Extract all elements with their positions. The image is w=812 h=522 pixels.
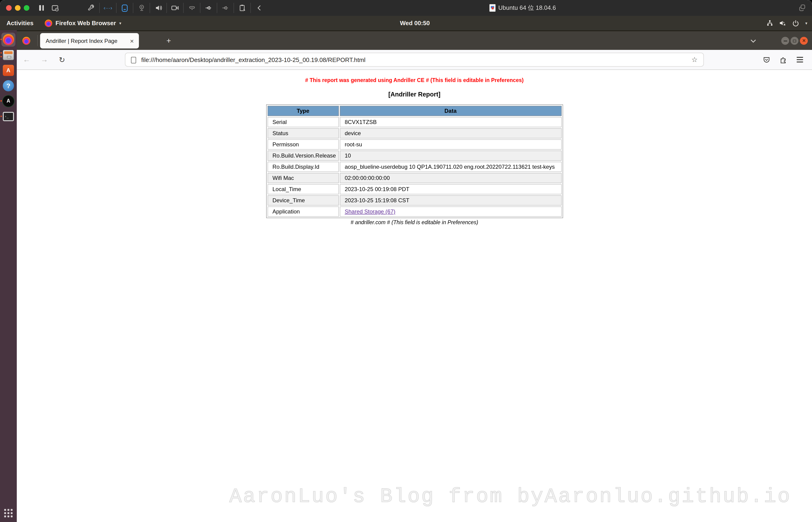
- maximize-button[interactable]: [791, 37, 798, 45]
- watermark: AaronLuo's Blog from byAaronluo.github.i…: [229, 485, 791, 508]
- close-window-button[interactable]: [6, 5, 12, 11]
- row-type-cell: Local_Time: [267, 184, 339, 194]
- divider: [37, 35, 38, 46]
- activities-button[interactable]: Activities: [6, 16, 34, 30]
- extensions-puzzle-icon[interactable]: [776, 52, 790, 67]
- firefox-icon: [45, 19, 52, 27]
- usb-device-icon[interactable]: [200, 3, 217, 13]
- table-row: Serial8CVX1TZSB: [267, 117, 562, 127]
- restore-window-icon[interactable]: [798, 4, 806, 11]
- report-notice: # This report was generated using Andril…: [17, 77, 812, 83]
- table-row: Permissonroot-su: [267, 139, 562, 149]
- terminal-icon: ›_: [3, 112, 14, 121]
- vm-title-text: Ubuntu 64 位 18.04.6: [498, 4, 556, 12]
- row-type-cell: Ro.Build.Display.Id: [267, 162, 339, 172]
- url-text[interactable]: file:///home/aaron/Desktop/andriller_ext…: [141, 53, 365, 66]
- vm-toolbar: ‹···›: [0, 0, 812, 16]
- power-icon: [792, 19, 800, 27]
- minimize-button[interactable]: [781, 37, 789, 45]
- zoom-window-button[interactable]: [24, 5, 29, 11]
- row-data-cell: aosp_blueline-userdebug 10 QP1A.190711.0…: [340, 162, 562, 172]
- code-snippets-icon[interactable]: ‹···›: [99, 3, 116, 13]
- dock-item-firefox[interactable]: [1, 33, 15, 47]
- speaker-icon[interactable]: [150, 3, 166, 13]
- pause-vm-icon[interactable]: [39, 5, 44, 11]
- forward-icon[interactable]: →: [38, 50, 51, 69]
- tab-title-fade: [117, 34, 128, 47]
- row-data-cell: device: [340, 128, 562, 138]
- address-bar[interactable]: file:///home/aaron/Desktop/andriller_ext…: [125, 53, 704, 67]
- column-header-type: Type: [267, 106, 339, 116]
- clipboard-settings-icon[interactable]: [234, 3, 250, 13]
- report-table-wrapper: Type Data Serial8CVX1TZSBStatusdevicePer…: [266, 104, 563, 218]
- dock-item-terminal[interactable]: ›_: [1, 109, 15, 123]
- shared-storage-link[interactable]: Shared Storage (67): [345, 208, 395, 215]
- row-type-cell: Application: [267, 206, 339, 217]
- app-menu[interactable]: Firefox Web Browser ▾: [45, 16, 121, 30]
- dock-item-andriller[interactable]: A: [1, 94, 15, 108]
- row-type-cell: Serial: [267, 117, 339, 127]
- navigation-toolbar: ← → ↻ file:///home/aaron/Desktop/andrill…: [17, 50, 812, 70]
- report-table-body: Serial8CVX1TZSBStatusdevicePermissonroot…: [267, 117, 562, 217]
- tab-andriller-report[interactable]: Andriller | Report Index Page ×: [40, 33, 139, 48]
- apps-grid-icon: [4, 509, 13, 517]
- row-data-cell: 10: [340, 150, 562, 161]
- dock-item-files[interactable]: [1, 48, 15, 62]
- firefox-icon: [3, 34, 14, 45]
- phone-icon[interactable]: [183, 3, 200, 13]
- row-data-cell: Shared Storage (67): [340, 206, 562, 217]
- collapse-toolbar-icon[interactable]: [250, 3, 267, 13]
- table-row: Wifi Mac02:00:00:00:00:00: [267, 173, 562, 183]
- row-type-cell: Wifi Mac: [267, 173, 339, 183]
- screen: ‹···›: [0, 0, 812, 522]
- list-tabs-chevron-icon[interactable]: [750, 37, 757, 45]
- row-data-cell: 2023-10-25 00:19:08 PDT: [340, 184, 562, 194]
- row-data-cell: 02:00:00:00:00:00: [340, 173, 562, 183]
- close-button[interactable]: ×: [800, 37, 808, 45]
- bookmark-star-icon[interactable]: ☆: [689, 53, 700, 66]
- app-menu-label: Firefox Web Browser: [56, 20, 116, 26]
- running-indicator: [0, 116, 2, 117]
- reload-icon[interactable]: ↻: [56, 50, 68, 69]
- usb-controller-icon[interactable]: [217, 3, 234, 13]
- dock-item-help[interactable]: ?: [1, 79, 15, 93]
- clock[interactable]: Wed 00:50: [391, 16, 438, 30]
- firefox-icon: [22, 37, 30, 45]
- table-header-row: Type Data: [267, 106, 562, 116]
- column-header-data: Data: [340, 106, 562, 116]
- tab-title: Andriller | Report Index Page: [46, 33, 127, 48]
- video-camera-icon[interactable]: [166, 3, 183, 13]
- running-indicator: [0, 56, 2, 57]
- menu-hamburger-icon[interactable]: [793, 52, 806, 67]
- row-type-cell: Device_Time: [267, 195, 339, 205]
- hard-disk-icon[interactable]: [116, 3, 133, 13]
- minimize-window-button[interactable]: [15, 5, 21, 11]
- row-type-cell: Permisson: [267, 139, 339, 149]
- new-tab-button[interactable]: +: [163, 31, 174, 51]
- network-wired-icon: [767, 20, 774, 26]
- display-settings-icon[interactable]: [51, 4, 59, 12]
- table-row: Ro.Build.Version.Release10: [267, 150, 562, 161]
- window-traffic-lights: [6, 0, 29, 16]
- table-row: Ro.Build.Display.Idaosp_blueline-userdeb…: [267, 162, 562, 172]
- system-tray[interactable]: ▾: [767, 16, 807, 30]
- back-icon[interactable]: ←: [20, 50, 33, 69]
- close-tab-icon[interactable]: ×: [128, 33, 136, 48]
- report-title: [Andriller Report]: [17, 91, 812, 98]
- row-type-cell: Ro.Build.Version.Release: [267, 150, 339, 161]
- dock-item-ubuntu-software[interactable]: A: [1, 63, 15, 77]
- pocket-icon[interactable]: [760, 52, 773, 67]
- webcam-icon[interactable]: [133, 3, 150, 13]
- show-applications-button[interactable]: [0, 509, 17, 517]
- running-indicator: [0, 39, 2, 40]
- wrench-icon[interactable]: [82, 3, 99, 13]
- row-data-cell: 2023-10-25 15:19:08 CST: [340, 195, 562, 205]
- table-row: Device_Time2023-10-25 15:19:08 CST: [267, 195, 562, 205]
- table-row: Local_Time2023-10-25 00:19:08 PDT: [267, 184, 562, 194]
- vm-window: ‹···›: [0, 0, 812, 522]
- table-row: Statusdevice: [267, 128, 562, 138]
- page-icon: [131, 57, 136, 63]
- andriller-app-icon: A: [3, 96, 14, 107]
- vm-file-icon: [489, 4, 495, 12]
- volume-muted-icon: [779, 20, 787, 26]
